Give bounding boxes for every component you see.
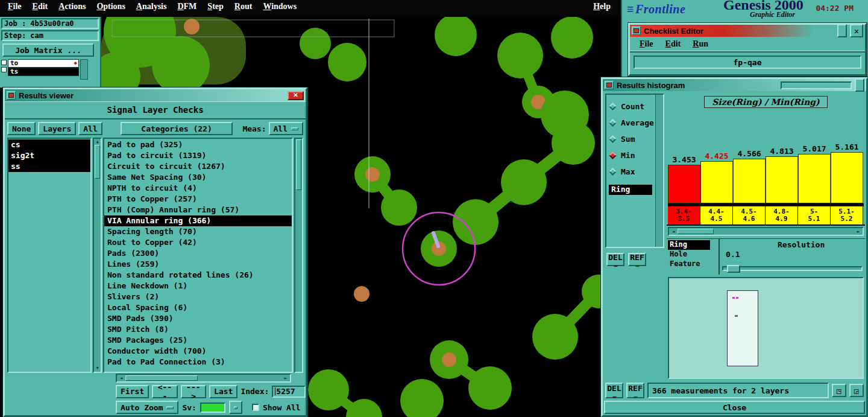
category-item[interactable]: PTH (Comp) Annular ring (57): [104, 205, 292, 215]
resolution-slider[interactable]: [722, 266, 863, 271]
shade-button[interactable]: [837, 24, 847, 37]
scroll-down-icon[interactable]: ▼: [96, 366, 98, 371]
layer-list-scrollbar[interactable]: [80, 59, 88, 80]
del-button[interactable]: DEL: [606, 253, 624, 266]
category-item[interactable]: Non standard rotated lines (26): [104, 270, 292, 281]
category-item[interactable]: Pad to circuit (1319): [104, 150, 292, 161]
window-menu-icon[interactable]: [605, 81, 614, 89]
menu-file[interactable]: File: [2, 1, 27, 13]
close-icon[interactable]: ✕: [850, 24, 863, 37]
category-item[interactable]: PTH to Copper (257): [104, 194, 292, 205]
measure-item[interactable]: Feature: [668, 259, 710, 269]
category-item[interactable]: Pad to pad (325): [104, 139, 292, 150]
checklist-name-field[interactable]: fp-qae: [634, 56, 861, 69]
category-item[interactable]: SMD Pitch (8): [104, 324, 292, 335]
checklist-menu-edit[interactable]: Edit: [661, 38, 686, 50]
stat-option-sum[interactable]: Sum: [606, 131, 655, 147]
layer-row[interactable]: to◆: [8, 59, 79, 68]
next-button[interactable]: --->: [181, 385, 206, 398]
category-item[interactable]: Slivers (2): [104, 291, 292, 302]
job-matrix-button[interactable]: Job Matrix ...: [2, 43, 94, 57]
scrollbar-thumb[interactable]: [296, 139, 301, 190]
pan-view-icon[interactable]: ◳: [832, 384, 846, 397]
histogram-hscrollbar[interactable]: ◄►: [668, 227, 864, 236]
histogram-bar[interactable]: 4.813: [766, 147, 798, 203]
window-menu-icon[interactable]: [7, 91, 16, 100]
window-menu-icon[interactable]: [632, 27, 641, 35]
last-button[interactable]: Last: [209, 385, 237, 398]
histogram-bar[interactable]: 3.453: [668, 155, 700, 203]
layer-item[interactable]: sig2t: [8, 150, 90, 161]
histogram-bar[interactable]: 4.425: [700, 151, 733, 203]
category-item[interactable]: VIA Annular ring (366): [104, 215, 292, 226]
measure-item[interactable]: Ring: [668, 240, 710, 250]
category-item[interactable]: Local Spacing (6): [104, 302, 292, 313]
measure-item[interactable]: Hole: [668, 250, 710, 259]
layer-checkbox[interactable]: [1, 67, 7, 72]
close-histogram-button[interactable]: Close: [604, 401, 865, 414]
auto-zoom-dropdown[interactable]: Auto Zoom: [116, 401, 178, 414]
job-field[interactable]: Job : 4b53u00ra0: [1, 18, 99, 29]
stat-scrollbar[interactable]: [655, 95, 663, 247]
histogram-bar[interactable]: 5.017: [798, 144, 831, 203]
filter-none-button[interactable]: None: [7, 122, 36, 135]
scroll-up-icon[interactable]: ▲: [96, 139, 98, 145]
slider-thumb[interactable]: [727, 265, 740, 273]
results-histogram-titlebar[interactable]: Results histogram: [603, 79, 866, 91]
histogram-bar[interactable]: 4.566: [733, 149, 766, 203]
index-input[interactable]: 5257: [272, 386, 306, 398]
menu-rout[interactable]: Rout: [229, 1, 258, 13]
sv-color-swatch[interactable]: [200, 403, 225, 413]
stat-option-min[interactable]: Min: [606, 147, 655, 164]
category-item[interactable]: Conductor width (700): [104, 346, 292, 357]
ref-button[interactable]: REF: [628, 253, 646, 266]
category-item[interactable]: Same Net Spacing (30): [104, 172, 292, 183]
menu-windows[interactable]: Windows: [257, 1, 302, 13]
layer-item[interactable]: cs: [8, 139, 90, 150]
step-field[interactable]: Step: cam: [1, 30, 99, 41]
category-item[interactable]: NPTH to circuit (4): [104, 183, 292, 194]
categories-header-button[interactable]: Categories (22): [121, 122, 233, 135]
filter-layers-button[interactable]: Layers: [38, 122, 76, 135]
menu-options[interactable]: Options: [91, 1, 130, 13]
histogram-bar[interactable]: 5.161: [831, 142, 863, 203]
categories-hscrollbar[interactable]: ◄►: [116, 374, 291, 383]
sv-dropdown[interactable]: [229, 401, 242, 414]
menu-edit[interactable]: Edit: [27, 1, 54, 13]
category-item[interactable]: Line Neckdown (1): [104, 281, 292, 291]
meas-dropdown[interactable]: All: [269, 122, 303, 135]
scroll-left-icon[interactable]: ◄: [117, 375, 125, 381]
checklist-menu-file[interactable]: File: [635, 38, 658, 50]
layer-row[interactable]: ts: [8, 68, 79, 76]
scroll-right-icon[interactable]: ►: [281, 375, 290, 381]
layer-item[interactable]: ss: [8, 161, 90, 172]
category-item[interactable]: Pad to Pad Connection (3): [104, 357, 292, 368]
category-item[interactable]: Lines (259): [104, 259, 292, 270]
category-item[interactable]: Pads (2300): [104, 248, 292, 259]
layer-checkbox[interactable]: [1, 60, 7, 65]
stat-option-count[interactable]: Count: [606, 98, 655, 115]
results-viewer-titlebar[interactable]: Results viewer ✕: [5, 89, 306, 101]
checklist-editor-titlebar[interactable]: Checklist Editor ✕: [630, 25, 865, 37]
ref-button[interactable]: REF: [626, 383, 644, 398]
del-button[interactable]: DEL: [605, 383, 623, 398]
category-item[interactable]: Spacing length (70): [104, 226, 292, 237]
stat-option-max[interactable]: Max: [606, 164, 655, 180]
show-all-checkbox[interactable]: [252, 404, 259, 411]
scrollbar-thumb[interactable]: [125, 375, 198, 381]
category-item[interactable]: SMD Pads (390): [104, 313, 292, 324]
categories-scrollbar[interactable]: [294, 138, 303, 373]
scrollbar-thumb[interactable]: [95, 145, 100, 179]
zoom-view-icon[interactable]: ◲: [849, 384, 864, 397]
scrollbar-thumb[interactable]: [678, 229, 714, 234]
first-button[interactable]: First: [116, 385, 149, 398]
menu-analysis[interactable]: Analysis: [131, 1, 172, 13]
scroll-right-icon[interactable]: ►: [854, 229, 863, 234]
titlebar-button[interactable]: [855, 78, 864, 92]
filter-all-button[interactable]: All: [78, 122, 102, 135]
prev-button[interactable]: <---: [152, 385, 177, 398]
menu-actions[interactable]: Actions: [53, 1, 91, 13]
category-item[interactable]: Circuit to circuit (1267): [104, 161, 292, 172]
measurement-preview[interactable]: [668, 277, 864, 379]
menu-step[interactable]: Step: [202, 1, 228, 13]
